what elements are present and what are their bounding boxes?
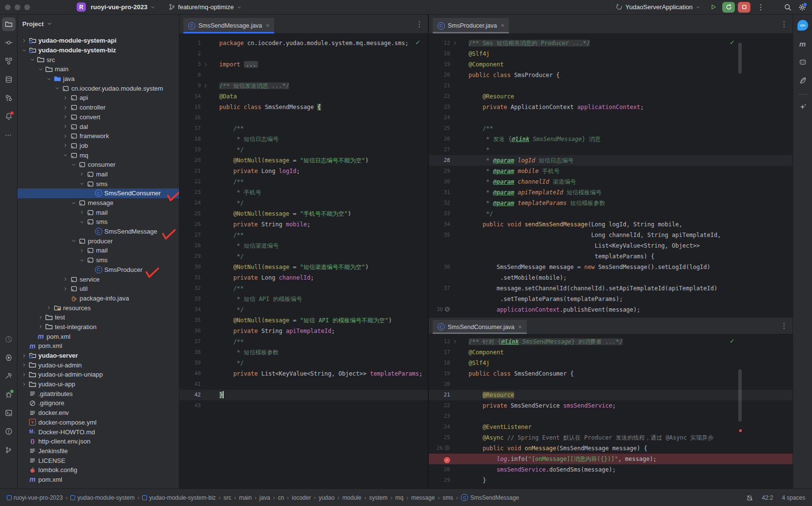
code-line[interactable]: 43 [179,400,428,411]
code-line[interactable]: 31 private Long channelId; [179,272,428,283]
tree-item-mail[interactable]: mail [17,207,179,217]
line-number-gutter[interactable]: 40 [179,368,202,379]
tab-options-button[interactable]: ⋮ [416,20,423,29]
tree-item-yudao-module-system-api[interactable]: yudao-module-system-api [17,36,179,46]
line-number-gutter[interactable]: 25 [179,208,202,219]
maven-tool-button[interactable]: m [796,37,810,50]
code-line[interactable]: 26 public void onMessage(SmsSendMessage … [429,443,793,454]
line-number-gutter[interactable]: 22 [429,400,451,411]
close-icon[interactable]: × [266,22,269,29]
tree-item-controller[interactable]: controller [17,103,179,112]
breadcrumb-item[interactable]: module [342,494,361,501]
tree-item-pom.xml[interactable]: mpom.xml [17,475,179,485]
tree-item-dal[interactable]: dal [17,122,179,131]
line-number-gutter[interactable]: 22 [179,176,202,187]
breadcrumb-item[interactable]: main [239,494,252,501]
highlighting-level-button[interactable] [746,494,753,501]
breadcrumb-item[interactable]: ruoyi-vue-pro-2023 [7,494,63,501]
line-number-gutter[interactable]: 38 [179,347,202,358]
code-line[interactable]: 19 */ [179,144,428,155]
problems-tool-button[interactable] [2,425,16,438]
indent-config[interactable]: 4 spaces [782,494,805,501]
tree-item-pom.xml[interactable]: mpom.xml [17,332,179,341]
line-number-gutter[interactable]: 34 [429,219,451,230]
stop-button[interactable] [738,2,750,13]
tree-item-util[interactable]: util [17,284,179,294]
code-line[interactable]: 26 * 发送 {@link SmsSendMessage} 消息 [429,134,793,144]
line-number-gutter[interactable]: 42 [179,390,202,400]
code-line[interactable]: 29 * @param mobile 手机号 [429,166,793,176]
line-number-gutter[interactable]: 36 [179,326,202,336]
tree-item-.gitattributes[interactable]: .gitattributes [17,389,179,398]
tab-smssendconsumer[interactable]: SmsSendConsumer.java × [433,320,527,334]
tree-item-yudao-module-system-biz[interactable]: yudao-module-system-biz [17,46,179,55]
project-tool-button[interactable] [2,17,16,31]
minimize-window-button[interactable] [15,4,20,10]
code-line[interactable]: 33 */ [429,208,793,219]
tree-item-docker-compose.yml[interactable]: Ydocker-compose.yml [17,418,179,427]
tree-item-yudao-ui-app[interactable]: yudao-ui-app [17,380,179,389]
line-number-gutter[interactable]: 17 [429,347,451,358]
tree-item-service[interactable]: service [17,274,179,284]
line-number-gutter[interactable]: 36 [429,262,451,272]
line-number-gutter[interactable]: 18 [429,358,451,368]
line-number-gutter[interactable]: 20 [429,379,451,390]
code-line[interactable]: .setMobile(mobile); [429,272,793,283]
services-tool-button[interactable] [2,351,16,364]
scrollbar-thumb[interactable] [738,369,742,422]
line-number-gutter[interactable] [429,272,451,283]
code-line[interactable]: 20 @NotNull(message = "短信日志编号不能为空") [179,155,428,166]
tree-item-api[interactable]: api [17,93,179,103]
tree-item-http-client.env.json[interactable]: {}http-client.env.json [17,437,179,446]
close-window-button[interactable] [5,4,11,10]
code-line[interactable]: 41 [179,379,428,390]
tab-smssendmessage[interactable]: SmsSendMessage.java × [183,18,274,33]
tree-item-SmsSendConsumer[interactable]: SmsSendConsumer [17,189,179,198]
line-number-gutter[interactable]: 29 [429,475,451,486]
line-number-gutter[interactable]: 26 [429,443,451,454]
close-icon[interactable]: × [519,324,522,331]
tree-item-main[interactable]: main [17,64,179,74]
tree-item-test[interactable]: test [17,313,179,322]
code-line[interactable]: 18@Slf4j [429,358,793,368]
code-line[interactable]: 27 * [429,144,793,155]
chevron-down-icon[interactable] [78,181,86,187]
code-line[interactable]: 30 @NotNull(message = "短信渠道编号不能为空") [179,262,428,272]
tree-item-package-info.java[interactable]: package-info.java [17,294,179,303]
line-number-gutter[interactable]: 20 [179,155,202,166]
line-number-gutter[interactable]: 18 [179,134,202,144]
code-line[interactable]: 3import ... [179,59,428,70]
line-number-gutter[interactable]: 21 [429,80,451,91]
code-line[interactable]: 37 /** [179,336,428,347]
tree-item-consumer[interactable]: consumer [17,160,179,170]
inspections-ok-icon[interactable]: ✓ [730,39,735,46]
chevron-down-icon[interactable] [37,66,45,72]
chevron-right-icon[interactable] [37,315,45,320]
line-number-gutter[interactable]: 9 [179,80,202,91]
plugin-robot-tool-button[interactable] [796,55,810,69]
line-number-gutter[interactable]: 39 [179,358,202,368]
chevron-down-icon[interactable] [62,152,69,158]
line-number-gutter[interactable] [429,251,451,262]
code-line[interactable]: 17@Component [429,347,793,358]
scrollbar-thumb[interactable] [738,43,742,74]
tree-item-SmsSendMessage[interactable]: SmsSendMessage [17,227,179,237]
line-number-gutter[interactable]: 26 [179,219,202,230]
line-number-gutter[interactable]: 26 [429,134,451,144]
line-number-gutter[interactable]: 24 [429,422,451,432]
line-number-gutter[interactable]: 37 [429,283,451,294]
chevron-right-icon[interactable] [78,171,86,177]
chevron-right-icon[interactable] [20,38,28,44]
structure-tool-button[interactable] [2,54,16,68]
chevron-right-icon[interactable] [62,124,69,129]
tree-item-.gitignore[interactable]: .gitignore [17,398,179,408]
tree-item-producer[interactable]: producer [17,236,179,246]
tree-item-Jenkinsfile[interactable]: Jenkinsfile [17,446,179,456]
branch-switcher[interactable]: feature/mq-optimize [165,2,245,12]
chevron-right-icon[interactable] [20,372,28,378]
line-number-gutter[interactable]: ✓ [429,454,451,464]
line-number-gutter[interactable] [429,294,451,304]
chevron-right-icon[interactable] [62,286,69,292]
code-line[interactable]: 12/** 针对 {@link SmsSendMessage} 的消费者 ...… [429,336,793,347]
line-number-gutter[interactable]: 20 [429,70,451,80]
